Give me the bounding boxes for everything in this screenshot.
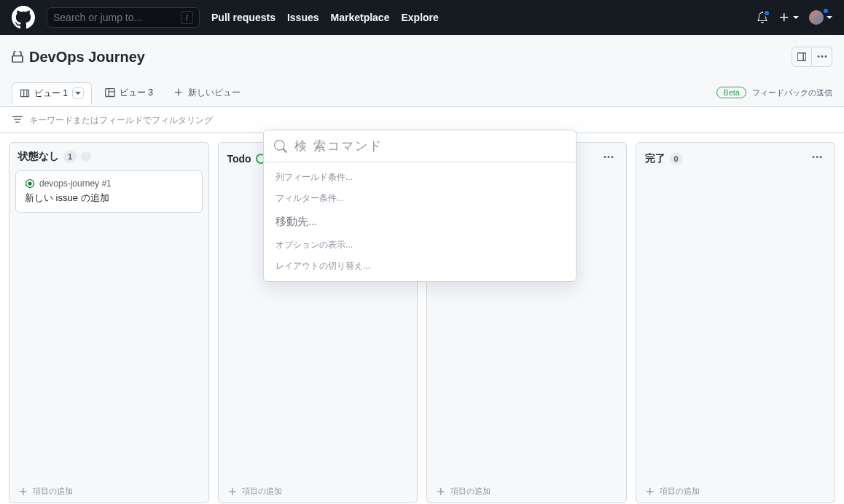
column-count: 1 bbox=[63, 150, 77, 163]
new-view-button[interactable]: 新しいビュー bbox=[166, 82, 248, 103]
add-item-label: 項目の追加 bbox=[33, 486, 73, 497]
command-item-show-options[interactable]: オプションの表示... bbox=[264, 235, 576, 256]
command-item-filter-condition[interactable]: フィルター条件... bbox=[264, 188, 576, 209]
view-tabs: ビュー 1 ビュー 3 新しいビュー Beta フィードバックの送信 bbox=[12, 79, 832, 106]
column-title: Todo bbox=[227, 153, 251, 165]
kebab-icon bbox=[811, 151, 823, 163]
global-search[interactable]: / bbox=[47, 7, 200, 28]
project-menu-button[interactable] bbox=[812, 47, 832, 67]
github-logo-icon[interactable] bbox=[12, 6, 35, 29]
column-count: 0 bbox=[670, 152, 683, 165]
view-tab-2[interactable]: ビュー 3 bbox=[98, 82, 160, 103]
view-tab-1[interactable]: ビュー 1 bbox=[12, 82, 92, 105]
card-title: 新しい issue の追加 bbox=[25, 192, 193, 205]
column-menu-button[interactable] bbox=[600, 150, 617, 167]
avatar-dot bbox=[822, 7, 829, 15]
board-icon bbox=[20, 88, 30, 98]
new-view-label: 新しいビュー bbox=[188, 87, 241, 99]
issue-open-icon bbox=[25, 178, 35, 189]
plus-icon bbox=[645, 487, 655, 497]
column-done: 完了 0 項目の追加 bbox=[636, 142, 836, 503]
global-search-input[interactable] bbox=[53, 12, 181, 23]
panel-icon bbox=[796, 51, 808, 63]
slash-key-hint: / bbox=[181, 11, 193, 24]
command-search[interactable]: 検 索コマンド bbox=[264, 130, 576, 162]
avatar bbox=[809, 10, 824, 25]
global-header: / Pull requests Issues Marketplace Explo… bbox=[0, 0, 844, 35]
top-nav: Pull requests Issues Marketplace Explore bbox=[211, 12, 439, 23]
caret-down-icon bbox=[827, 16, 832, 19]
add-item-button[interactable]: 項目の追加 bbox=[9, 480, 208, 503]
insights-panel-button[interactable] bbox=[792, 47, 812, 67]
column-no-status: 状態なし 1 devops-journey #1 新しい issue の追加 項… bbox=[9, 142, 209, 503]
nav-explore[interactable]: Explore bbox=[401, 12, 438, 23]
command-list: 列フィールド条件... フィルター条件... 移動先... オプションの表示..… bbox=[264, 162, 576, 281]
user-menu-button[interactable] bbox=[809, 10, 832, 25]
nav-pull-requests[interactable]: Pull requests bbox=[211, 12, 276, 23]
add-item-label: 項目の追加 bbox=[450, 486, 491, 497]
plus-icon bbox=[436, 487, 446, 497]
column-menu-button[interactable] bbox=[808, 150, 826, 167]
view-tab-menu-button[interactable] bbox=[72, 87, 84, 99]
add-item-label: 項目の追加 bbox=[660, 486, 700, 497]
caret-down-icon bbox=[75, 90, 81, 96]
plus-icon bbox=[227, 487, 238, 497]
nav-issues[interactable]: Issues bbox=[287, 12, 319, 23]
project-header: DevOps Journey ビュー 1 ビュー 3 新しいビュー bbox=[0, 35, 844, 107]
plus-icon bbox=[778, 12, 790, 23]
notification-dot bbox=[763, 9, 770, 17]
search-icon bbox=[274, 140, 287, 153]
lock-icon bbox=[12, 51, 23, 63]
kebab-icon bbox=[603, 151, 614, 163]
column-title: 完了 bbox=[645, 152, 665, 165]
add-item-button[interactable]: 項目の追加 bbox=[636, 480, 835, 503]
new-menu-button[interactable] bbox=[778, 12, 799, 23]
table-icon bbox=[105, 87, 115, 98]
notifications-button[interactable] bbox=[757, 12, 768, 23]
add-item-label: 項目の追加 bbox=[242, 486, 282, 497]
beta-badge: Beta bbox=[716, 87, 746, 98]
plus-icon bbox=[173, 87, 184, 98]
command-search-hint: 検 索コマンド bbox=[294, 138, 383, 154]
command-palette: 検 索コマンド 列フィールド条件... フィルター条件... 移動先... オプ… bbox=[263, 130, 577, 282]
caret-down-icon bbox=[793, 16, 799, 19]
nav-marketplace[interactable]: Marketplace bbox=[331, 12, 390, 23]
plus-icon bbox=[18, 487, 28, 497]
filter-icon[interactable] bbox=[12, 114, 23, 126]
card-reference: devops-journey #1 bbox=[39, 178, 112, 189]
feedback-link[interactable]: フィードバックの送信 bbox=[752, 87, 832, 98]
column-title: 状態なし bbox=[18, 150, 59, 163]
status-dot-none-icon bbox=[81, 151, 91, 162]
view-tab-1-label: ビュー 1 bbox=[34, 87, 68, 100]
command-item-switch-layout[interactable]: レイアウトの切り替え... bbox=[264, 256, 576, 277]
kebab-icon bbox=[816, 51, 828, 63]
view-tab-2-label: ビュー 3 bbox=[120, 87, 153, 99]
command-item-move-to[interactable]: 移動先... bbox=[264, 209, 576, 235]
board-card[interactable]: devops-journey #1 新しい issue の追加 bbox=[15, 170, 203, 213]
add-item-button[interactable]: 項目の追加 bbox=[427, 480, 626, 503]
add-item-button[interactable]: 項目の追加 bbox=[219, 480, 418, 503]
filter-input[interactable] bbox=[29, 115, 832, 125]
header-right-icons bbox=[757, 10, 832, 25]
project-title: DevOps Journey bbox=[29, 49, 145, 66]
command-item-column-field[interactable]: 列フィールド条件... bbox=[264, 167, 576, 188]
